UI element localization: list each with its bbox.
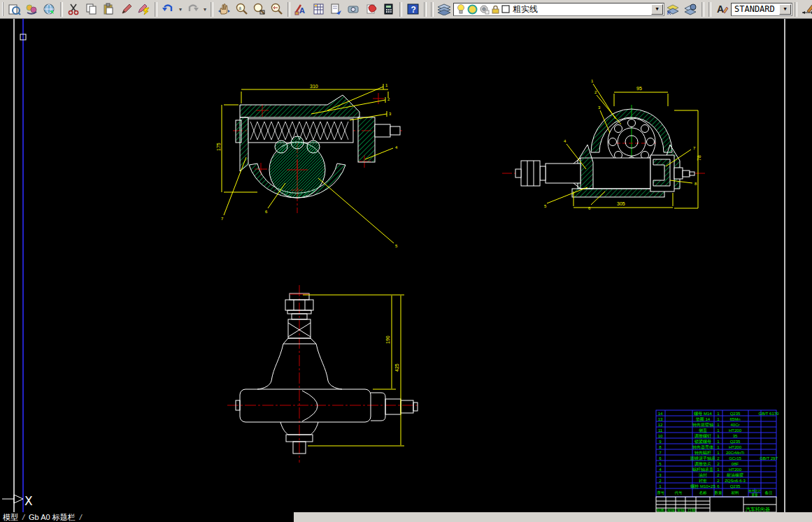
svg-text:3: 3 bbox=[659, 473, 662, 477]
svg-text:锁紧螺母: 锁紧螺母 bbox=[694, 439, 711, 444]
image-button[interactable] bbox=[345, 1, 362, 17]
svg-text:2: 2 bbox=[659, 479, 662, 483]
zoom-in-out-button[interactable]: ± bbox=[233, 1, 250, 17]
tab-model[interactable]: 模型 bbox=[3, 512, 18, 522]
cut-button[interactable] bbox=[65, 1, 83, 17]
svg-text:2: 2 bbox=[387, 97, 390, 101]
svg-text:35: 35 bbox=[733, 434, 738, 438]
layer-lock-icon bbox=[491, 4, 500, 15]
svg-text:40Cr: 40Cr bbox=[730, 423, 739, 427]
toolbar-separator bbox=[795, 2, 797, 17]
undo-button[interactable] bbox=[159, 1, 177, 17]
svg-text:转向蜗杆: 转向蜗杆 bbox=[695, 450, 711, 455]
svg-text:5: 5 bbox=[395, 244, 398, 248]
svg-text:ZQSn6-6-3: ZQSn6-6-3 bbox=[725, 479, 746, 483]
svg-text:6: 6 bbox=[717, 484, 720, 488]
svg-text:1: 1 bbox=[717, 467, 720, 472]
layer-combobox[interactable]: 粗实线 ▼ bbox=[453, 3, 664, 16]
view-side-section: 95 78 305 1 2 3 4 5 6 7 bbox=[502, 79, 705, 210]
svg-text:1: 1 bbox=[717, 434, 720, 438]
svg-text:垫圈 14: 垫圈 14 bbox=[696, 417, 711, 422]
redo-dropdown-caret[interactable]: ▾ bbox=[201, 1, 208, 17]
toolbar-separator bbox=[211, 2, 213, 17]
dim-style-button[interactable] bbox=[799, 1, 812, 17]
layer-manager-button[interactable] bbox=[436, 1, 453, 17]
tab-divider: / bbox=[22, 513, 24, 521]
toolbar-separator bbox=[287, 2, 290, 17]
layout-tab-bar: 模型 / Gb A0 标题栏 / bbox=[0, 512, 812, 522]
toolbar-separator bbox=[60, 2, 63, 17]
svg-text:A: A bbox=[717, 3, 724, 15]
copy-button[interactable] bbox=[83, 1, 100, 17]
layer-translate-button[interactable] bbox=[682, 1, 699, 17]
text-style-combobox[interactable]: STANDARD ▼ bbox=[731, 3, 792, 16]
svg-text:425: 425 bbox=[394, 363, 399, 372]
svg-text:5: 5 bbox=[659, 462, 662, 466]
svg-text:名称: 名称 bbox=[699, 491, 708, 495]
layer-freeze-icon bbox=[467, 4, 478, 15]
toolbar-grip[interactable] bbox=[2, 2, 3, 16]
undo-dropdown-caret[interactable]: ▾ bbox=[177, 1, 184, 17]
svg-text:1: 1 bbox=[717, 417, 720, 421]
smart-edit-button[interactable] bbox=[135, 1, 152, 17]
svg-text:3: 3 bbox=[598, 106, 601, 110]
svg-text:1: 1 bbox=[717, 428, 720, 433]
svg-text:转向摇臂轴: 转向摇臂轴 bbox=[692, 422, 713, 428]
svg-text:12: 12 bbox=[658, 423, 663, 427]
svg-text:1: 1 bbox=[717, 451, 720, 455]
svg-text:6: 6 bbox=[265, 210, 268, 214]
svg-text:耐油橡胶: 耐油橡胶 bbox=[727, 472, 743, 478]
svg-text:调整垫片: 调整垫片 bbox=[694, 461, 711, 467]
text-style-button[interactable]: A bbox=[713, 1, 731, 17]
svg-text:6: 6 bbox=[588, 206, 591, 210]
toolbar-separator bbox=[701, 2, 704, 17]
svg-text:1: 1 bbox=[591, 79, 594, 83]
svg-text:1: 1 bbox=[717, 423, 720, 427]
zoom-previous-button[interactable] bbox=[268, 1, 285, 17]
redo-button[interactable] bbox=[184, 1, 201, 17]
svg-text:螺母 M14: 螺母 M14 bbox=[694, 411, 712, 416]
block-insert-button[interactable] bbox=[327, 1, 345, 17]
dim-label: 310 bbox=[310, 84, 318, 89]
clean-button[interactable] bbox=[362, 1, 380, 17]
svg-text:7: 7 bbox=[221, 217, 224, 221]
pan-button[interactable] bbox=[215, 1, 233, 17]
svg-text:190: 190 bbox=[385, 335, 390, 344]
layer-on-bulb-icon bbox=[456, 3, 466, 15]
tab-divider: / bbox=[80, 513, 82, 521]
cad-application-window: ▾ ▾ ± A ? 粗实线 ▼ bbox=[0, 0, 812, 522]
edit-pencil-button[interactable] bbox=[117, 1, 135, 17]
toolbar-separator bbox=[399, 2, 402, 17]
web-link-button[interactable] bbox=[41, 1, 58, 17]
layer-tools-button[interactable] bbox=[664, 1, 682, 17]
text-style-combo-arrow[interactable]: ▼ bbox=[779, 4, 791, 15]
current-text-style: STANDARD bbox=[732, 4, 778, 14]
help-button[interactable]: ? bbox=[404, 1, 422, 17]
svg-text:7: 7 bbox=[693, 146, 696, 150]
paste-button[interactable] bbox=[100, 1, 117, 17]
svg-text:7: 7 bbox=[659, 451, 662, 455]
current-layer-name: 粗实线 bbox=[510, 3, 541, 15]
render-button[interactable] bbox=[23, 1, 41, 17]
layer-combo-arrow[interactable]: ▼ bbox=[651, 4, 663, 15]
format-brush-button[interactable]: A bbox=[292, 1, 310, 17]
zoom-window-button[interactable] bbox=[250, 1, 268, 17]
svg-text:2: 2 bbox=[594, 90, 597, 94]
print-preview-button[interactable] bbox=[6, 1, 23, 17]
view-plan: 190 425 bbox=[227, 285, 418, 463]
svg-text:4: 4 bbox=[395, 145, 398, 150]
svg-text:11: 11 bbox=[658, 428, 663, 433]
svg-text:95: 95 bbox=[636, 86, 642, 91]
drawing-canvas[interactable]: 310 175 1 2 3 4 5 6 7 bbox=[0, 19, 812, 512]
svg-text:78: 78 bbox=[697, 155, 701, 161]
svg-text:Q235: Q235 bbox=[730, 440, 741, 444]
svg-text:备注: 备注 bbox=[765, 491, 774, 495]
svg-text:1: 1 bbox=[717, 412, 720, 416]
svg-text:65Mn: 65Mn bbox=[729, 417, 740, 421]
table-grid-button[interactable] bbox=[310, 1, 327, 17]
svg-text:调整螺钉: 调整螺钉 bbox=[694, 433, 711, 439]
tab-layout-gb-a0[interactable]: Gb A0 标题栏 bbox=[29, 512, 76, 522]
svg-text:6: 6 bbox=[659, 456, 662, 461]
svg-text:GB/T 297: GB/T 297 bbox=[760, 456, 778, 461]
calculator-button[interactable] bbox=[380, 1, 397, 17]
